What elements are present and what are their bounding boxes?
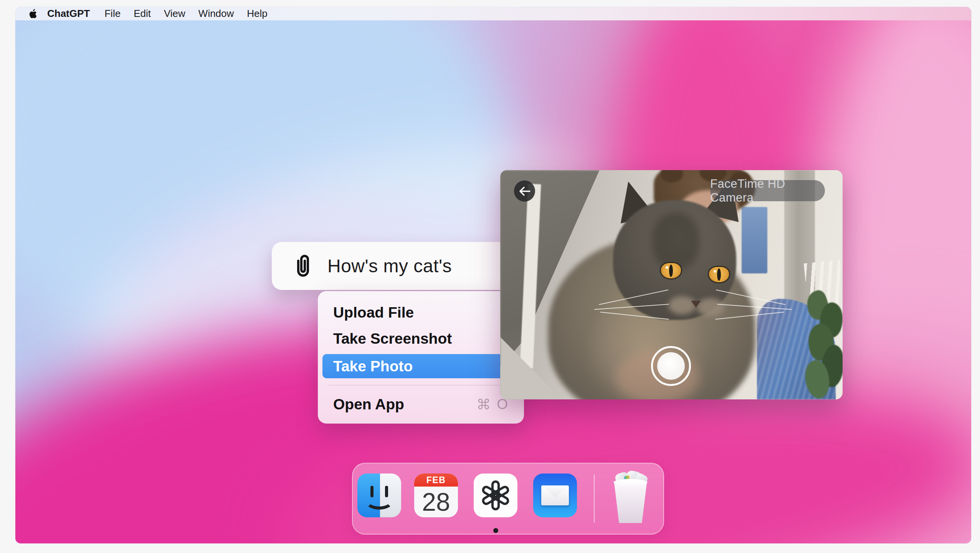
menu-item-take-photo-highlighted[interactable]: Take Photo: [322, 354, 519, 378]
menu-item-help[interactable]: Help: [247, 8, 267, 20]
menu-bar: ChatGPT File Edit View Window Help: [15, 7, 971, 20]
menu-separator: [329, 385, 513, 386]
mail-envelope-flap: [541, 485, 569, 505]
attach-paperclip-icon[interactable]: [293, 254, 313, 278]
shutter-button[interactable]: [657, 352, 685, 380]
dock-icon-calendar[interactable]: FEB 28: [414, 474, 458, 517]
chatgpt-prompt-bar[interactable]: How's my cat's: [272, 242, 519, 290]
cat-forehead-marking: [652, 212, 700, 270]
menu-item-open-app[interactable]: Open App ⌘ O: [318, 392, 524, 417]
calendar-month: FEB: [414, 474, 458, 487]
prompt-input-text[interactable]: How's my cat's: [327, 255, 452, 276]
cat-left-eye-glint: [666, 266, 668, 269]
menu-item-window[interactable]: Window: [198, 8, 234, 20]
trash-basket: [613, 482, 648, 523]
cat-muzzle: [668, 296, 696, 315]
menu-item-view[interactable]: View: [164, 8, 185, 20]
menu-item-upload-file[interactable]: Upload File: [318, 300, 524, 325]
left-arrow-icon: [519, 187, 531, 196]
dock-icon-finder[interactable]: [357, 474, 401, 517]
apple-menu-icon[interactable]: [28, 8, 37, 19]
dock-icon-mail[interactable]: [533, 474, 577, 517]
open-app-label: Open App: [333, 396, 404, 413]
menu-app-name[interactable]: ChatGPT: [47, 8, 90, 20]
dock: FEB 28: [352, 463, 664, 535]
chatgpt-logo-icon: [480, 480, 511, 511]
cat-right-pupil: [717, 268, 721, 281]
dock-icon-chatgpt[interactable]: [474, 474, 517, 517]
cat-right-eye-glint: [714, 270, 716, 273]
cat-right-eye: [708, 266, 730, 283]
menu-item-take-screenshot[interactable]: Take Screenshot: [318, 326, 524, 351]
camera-scene: FaceTime HD Camera: [500, 170, 843, 399]
menu-item-file[interactable]: File: [104, 8, 121, 20]
cat-muzzle: [697, 298, 724, 316]
chatgpt-running-indicator-dot: [493, 528, 498, 533]
camera-back-button[interactable]: [514, 180, 535, 202]
command-key-icon: ⌘: [476, 396, 491, 413]
attachment-context-menu: Upload File Take Screenshot Take Photo O…: [318, 291, 524, 424]
cat-left-eye: [660, 262, 682, 280]
camera-source-label: FaceTime HD Camera: [710, 180, 825, 201]
cat-left-pupil: [669, 265, 673, 277]
menu-item-edit[interactable]: Edit: [134, 8, 151, 20]
desktop: ChatGPT File Edit View Window Help How's…: [15, 7, 971, 543]
dock-icon-trash[interactable]: [610, 475, 651, 523]
calendar-day: 28: [414, 487, 458, 517]
camera-preview-window: FaceTime HD Camera: [500, 170, 843, 399]
mail-envelope-icon: [541, 485, 569, 505]
finder-smile: [365, 492, 393, 510]
dock-divider: [594, 474, 595, 523]
open-app-shortcut: ⌘ O: [476, 396, 508, 413]
